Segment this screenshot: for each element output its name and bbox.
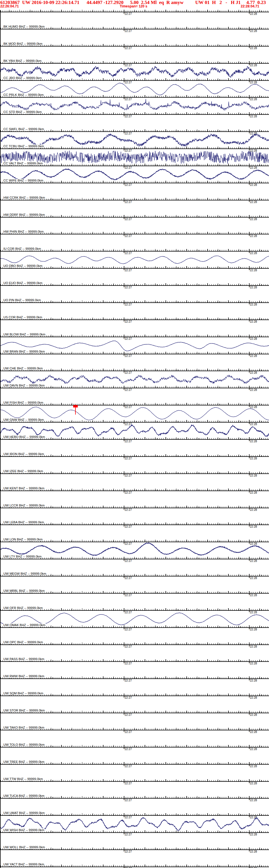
station-label-CC-WIFE[interactable]: CC WIFE BHZ -- 99999.0km (3, 179, 44, 182)
seismic-analysis-window: 61203867 UW 2016-10-09 22:26:14.7144.449… (0, 0, 269, 868)
station-label-UW-TAKO[interactable]: UW TAKO BHZ -- 99999.0km (3, 726, 45, 729)
station-label-UW-PASS[interactable]: UW PASS BHZ -- 99999.0km (3, 657, 45, 661)
station-label-UW-HEBO[interactable]: UW HEBO BHZ -- 99999.0km (3, 435, 45, 439)
station-label-CC-JRO[interactable]: CC JRO BHZ -- 99999.0km (3, 76, 42, 80)
station-label-UW-MRBL[interactable]: UW MRBL BHZ -- 99999.0km (3, 589, 45, 592)
station-label-IU-COR[interactable]: IU COR BHZ -- 99999.0km (3, 247, 41, 250)
station-label-BK-HUMO[interactable]: BK HUMO BHZ -- 99999.0km (3, 25, 45, 28)
plot-left-border (0, 12, 1, 868)
station-label-BK-MOD[interactable]: BK MOD BHZ -- 99999.0km (3, 42, 43, 45)
station-label-HW-CCRK[interactable]: HW CCRK BHZ -- 99999.0km (3, 196, 45, 199)
station-label-UW-FISH[interactable]: UW FISH BHZ -- 99999.0km (3, 401, 44, 404)
station-label-CC-TCBU[interactable]: CC TCBU BHZ -- 99999.0km (3, 145, 44, 148)
tick-marks-0 (0, 10, 269, 12)
phase-pick-line[interactable] (75, 405, 76, 414)
station-label-UW-SQM[interactable]: UW SQM BHZ -- 99999.0km (3, 691, 44, 695)
station-label-UW-KENT[interactable]: UW KENT BHZ -- 99999.0km (3, 487, 45, 490)
station-label-UW-LON[interactable]: UW LON BHZ -- 99999.0km (3, 538, 43, 541)
station-label-UO-PIN[interactable]: UO PIN BHZ -- 99999.0km (3, 299, 41, 302)
station-label-UW-LTY[interactable]: UW LTY BHZ -- 99999.0km (3, 555, 42, 558)
station-label-UW-MEGW[interactable]: UW MEGW BHZ -- 99999.0km (3, 572, 47, 575)
station-label-UW-OMAK[interactable]: UW OMAK BHZ -- 99999.0km (3, 623, 46, 627)
minute-tick-50 (249, 865, 249, 868)
event-summary-segment-3: UW 01 H 2 - H J1 (195, 0, 241, 5)
minute-tick-50 (124, 865, 124, 868)
station-label-UW-OPC[interactable]: UW OPC BHZ -- 99999.0km (3, 641, 43, 644)
station-label-UW-LEBA[interactable]: UW LEBA BHZ -- 99999.0km (3, 521, 44, 524)
station-label-CC-VALT[interactable]: CC VALT BHZ -- 99999.0km (3, 162, 43, 165)
window-start-time: 22:26:04.71 (0, 5, 19, 8)
station-label-CC-PRLK[interactable]: CC PRLK BHZ -- 99999.0km (3, 93, 44, 96)
time-axis-line-50 (0, 867, 269, 867)
station-label-BK-YBH[interactable]: BK YBH BHZ -- 99999.0km (3, 59, 42, 63)
station-label-UW-IZEE[interactable]: UW IZEE BHZ -- 99999.0km (3, 469, 44, 473)
station-label-UW-BRAN[interactable]: UW BRAN BHZ -- 99999.0km (3, 350, 45, 353)
station-label-UW-STOR[interactable]: UW STOR BHZ -- 99999.0km (3, 709, 45, 712)
station-label-CC-SWFL[interactable]: CC SWFL BHZ -- 99999.0km (3, 127, 44, 131)
event-summary-segment-1: 44.4497 -127.2920 (87, 0, 124, 5)
station-label-UW-WISH[interactable]: UW WISH BHZ -- 99999.0km (3, 828, 45, 832)
station-label-UW-IRON[interactable]: UW IRON BHZ -- 99999.0km (3, 452, 44, 456)
window-end-time: 22:28:04.71 (241, 5, 259, 8)
station-label-UW-UMAT[interactable]: UW UMAT BHZ -- 99999.0km (3, 811, 45, 815)
station-label-UW-LCCR[interactable]: UW LCCR BHZ -- 99999.0km (3, 504, 45, 507)
station-label-UW-YACT[interactable]: UW YACT BHZ -- 99999.0km (3, 863, 44, 866)
station-label-US-COR[interactable]: US COR BHZ -- 99999.0km (3, 315, 43, 319)
station-label-UW-TREE[interactable]: UW TREE BHZ -- 99999.0km (3, 760, 45, 764)
station-label-UO-EUO[interactable]: UO EUO BHZ -- 99999.0km (3, 281, 43, 285)
station-label-CC-STD[interactable]: CC STD BHZ -- 99999.0km (3, 110, 42, 114)
station-label-UO-DBO[interactable]: UO DBO BHZ -- 99999.0km (3, 264, 43, 268)
station-label-UW-WOLL[interactable]: UW WOLL BHZ -- 99999.0km (3, 845, 45, 849)
timespan-label: Timespan= 120 s (120, 5, 147, 8)
station-label-HW-DDRF[interactable]: HW DDRF BHZ -- 99999.0km (3, 213, 45, 216)
station-label-UW-TUCA[interactable]: UW TUCA BHZ -- 99999.0km (3, 794, 45, 798)
station-label-UW-BLOW[interactable]: UW BLOW BHZ -- 99999.0km (3, 333, 46, 336)
station-label-UW-DAVN[interactable]: UW DAVN BHZ -- 99999.0km (3, 384, 45, 387)
station-label-UW-CHE[interactable]: UW CHE BHZ -- 99999.0km (3, 367, 43, 370)
station-label-HW-PHIN[interactable]: HW PHIN BHZ -- 99999.0km (3, 230, 44, 233)
station-label-UW-TTW[interactable]: UW TTW BHZ -- 99999.0km (3, 777, 43, 781)
station-label-UW-RWW[interactable]: UW RWW BHZ -- 99999.0km (3, 674, 45, 678)
station-label-UW-TOLO[interactable]: UW TOLO BHZ -- 99999.0km (3, 743, 45, 746)
station-label-UW-GNW[interactable]: UW GNW BHZ -- 99999.0km (3, 418, 44, 422)
station-label-UW-OFR[interactable]: UW OFR BHZ -- 99999.0km (3, 606, 43, 610)
